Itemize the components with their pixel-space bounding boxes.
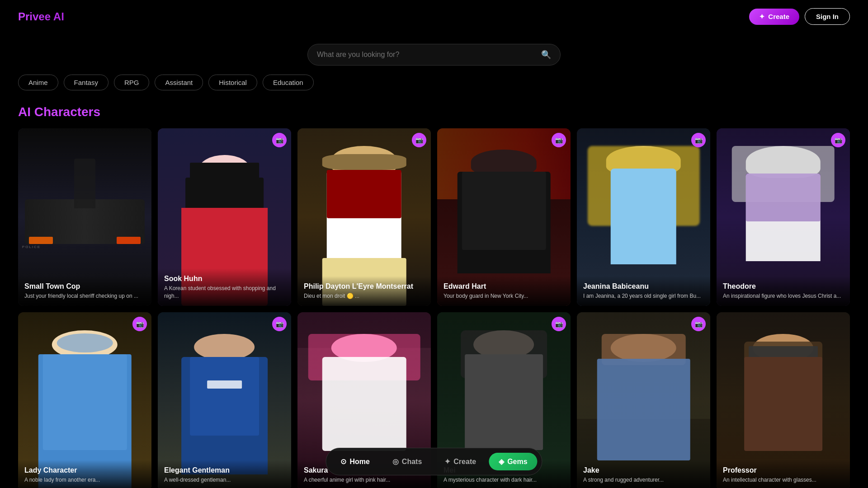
character-card-jake[interactable]: 📷 Jake A strong and rugged adventurer... (577, 312, 710, 488)
chats-icon: ◎ (392, 457, 399, 466)
search-bar: 🔍 (307, 44, 561, 66)
gems-icon: ◈ (499, 457, 504, 466)
filter-rpg[interactable]: RPG (114, 75, 150, 90)
create-label: Create (768, 13, 789, 20)
card-name-jeanina: Jeanina Babiceanu (583, 282, 704, 291)
card-overlay-edward-hart: Edward Hart Your body guard in New York … (437, 276, 571, 306)
app-logo: Privee AI (18, 10, 64, 23)
character-card-philip-dayton[interactable]: 📷 Philip Dayton L'Eyre Montserrat Dieu e… (297, 128, 431, 306)
card-name-professor: Professor (723, 466, 844, 474)
card-overlay-sook-huhn: Sook Huhn A Korean student obsessed with… (158, 268, 291, 306)
camera-icon-jeanina[interactable]: 📷 (691, 133, 706, 147)
card-desc-theodore: An inspirational figure who loves Jesus … (723, 292, 844, 300)
card-overlay-lady: Lady Character A noble lady from another… (18, 460, 151, 488)
nav-home[interactable]: ⊙ Home (330, 453, 379, 470)
card-name-gentleman: Elegant Gentleman (164, 466, 285, 474)
search-section: 🔍 (0, 44, 868, 66)
filter-anime[interactable]: Anime (18, 75, 58, 90)
character-card-jeanina[interactable]: 📷 Jeanina Babiceanu I am Jeanina, a 20 y… (577, 128, 710, 306)
character-card-gentleman[interactable]: 📷 Elegant Gentleman A well-dressed gentl… (158, 312, 291, 488)
filter-tags: Anime Fantasy RPG Assistant Historical E… (0, 75, 868, 90)
card-desc-gentleman: A well-dressed gentleman... (164, 476, 285, 484)
character-card-edward-hart[interactable]: 📷 Edward Hart Your body guard in New Yor… (437, 128, 571, 306)
header: Privee AI ✦ Create Sign In (0, 0, 868, 33)
card-desc-mei: A mysterious character with dark hair... (443, 476, 564, 484)
card-overlay-gentleman: Elegant Gentleman A well-dressed gentlem… (158, 460, 291, 488)
camera-icon-philip-dayton[interactable]: 📷 (412, 133, 426, 147)
card-overlay-jake: Jake A strong and rugged adventurer... (577, 460, 710, 488)
bottom-navigation: ⊙ Home ◎ Chats ✦ Create ◈ Gems (326, 448, 542, 475)
card-desc-edward-hart: Your body guard in New York City... (443, 292, 564, 300)
card-name-sook-huhn: Sook Huhn (164, 275, 285, 283)
card-desc-professor: An intellectual character with glasses..… (723, 476, 844, 484)
character-card-small-town-cop[interactable]: POLICE Small Town Cop Just your friendly… (18, 128, 151, 306)
create-nav-label: Create (453, 458, 476, 466)
card-overlay-small-town-cop: Small Town Cop Just your friendly local … (18, 276, 151, 306)
card-overlay-professor: Professor An intellectual character with… (717, 460, 850, 488)
filter-historical[interactable]: Historical (208, 75, 257, 90)
camera-icon-sook-huhn[interactable]: 📷 (272, 133, 287, 147)
nav-chats[interactable]: ◎ Chats (382, 453, 432, 470)
create-button[interactable]: ✦ Create (749, 9, 799, 25)
card-name-philip-dayton: Philip Dayton L'Eyre Montserrat (304, 282, 425, 291)
camera-icon-edward-hart[interactable]: 📷 (552, 133, 566, 147)
card-name-theodore: Theodore (723, 282, 844, 291)
search-input[interactable] (317, 51, 537, 59)
card-name-jake: Jake (583, 466, 704, 474)
card-desc-sook-huhn: A Korean student obsessed with shopping … (164, 285, 285, 300)
character-card-professor[interactable]: Professor An intellectual character with… (717, 312, 850, 488)
card-name-small-town-cop: Small Town Cop (24, 282, 145, 291)
ai-characters-title: AI Characters (0, 105, 868, 119)
filter-fantasy[interactable]: Fantasy (64, 75, 108, 90)
sign-in-button[interactable]: Sign In (805, 8, 850, 25)
search-icon[interactable]: 🔍 (541, 50, 551, 60)
card-desc-jake: A strong and rugged adventurer... (583, 476, 704, 484)
home-icon: ⊙ (340, 457, 346, 466)
filter-education[interactable]: Education (263, 75, 314, 90)
home-label: Home (349, 458, 369, 466)
character-card-sook-huhn[interactable]: 📷 Sook Huhn A Korean student obsessed wi… (158, 128, 291, 306)
create-icon: ✦ (759, 13, 765, 21)
character-card-theodore[interactable]: 📷 Theodore An inspirational figure who l… (717, 128, 850, 306)
card-name-lady: Lady Character (24, 466, 145, 474)
characters-grid-row1: POLICE Small Town Cop Just your friendly… (0, 128, 868, 306)
card-desc-sakura: A cheerful anime girl with pink hair... (304, 476, 425, 484)
camera-icon-theodore[interactable]: 📷 (831, 133, 845, 147)
character-card-lady[interactable]: 📷 Lady Character A noble lady from anoth… (18, 312, 151, 488)
card-overlay-jeanina: Jeanina Babiceanu I am Jeanina, a 20 yea… (577, 276, 710, 306)
gems-label: Gems (507, 458, 527, 466)
card-desc-philip-dayton: Dieu et mon droit 🟡 ... (304, 292, 425, 300)
nav-create[interactable]: ✦ Create (434, 453, 486, 470)
create-nav-icon: ✦ (444, 457, 450, 466)
card-overlay-theodore: Theodore An inspirational figure who lov… (717, 276, 850, 306)
card-desc-small-town-cop: Just your friendly local sheriff checkin… (24, 292, 145, 300)
chats-label: Chats (402, 458, 422, 466)
card-name-edward-hart: Edward Hart (443, 282, 564, 291)
card-desc-jeanina: I am Jeanina, a 20 years old single girl… (583, 292, 704, 300)
filter-assistant[interactable]: Assistant (155, 75, 203, 90)
header-actions: ✦ Create Sign In (749, 8, 850, 25)
card-overlay-philip-dayton: Philip Dayton L'Eyre Montserrat Dieu et … (297, 276, 431, 306)
card-desc-lady: A noble lady from another era... (24, 476, 145, 484)
nav-gems[interactable]: ◈ Gems (489, 453, 537, 470)
